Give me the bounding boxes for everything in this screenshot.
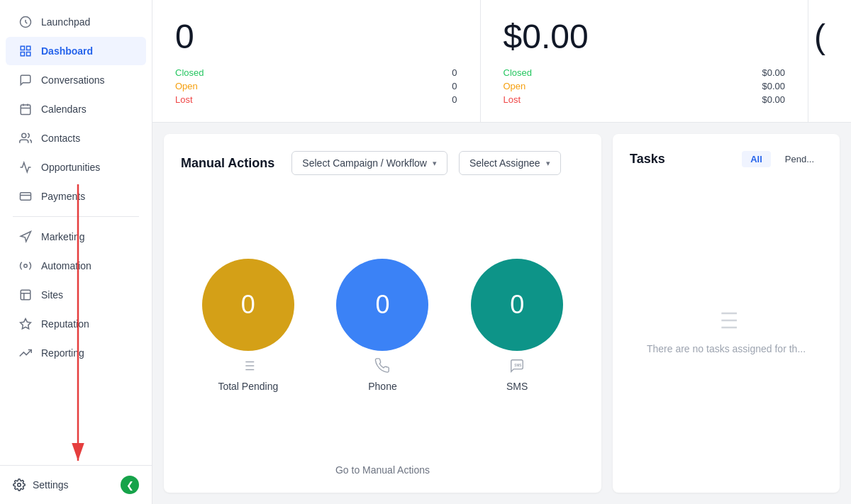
sidebar-label: Payments (41, 191, 85, 202)
svg-rect-4 (27, 46, 30, 50)
stat-row-closed: Closed 0 (175, 67, 457, 78)
sidebar-label: Automation (41, 260, 91, 271)
sidebar-label: Dashboard (41, 45, 93, 57)
marketing-icon (18, 230, 33, 244)
sidebar-label: Marketing (41, 231, 84, 242)
sidebar-item-calendars[interactable]: Calendars (6, 95, 146, 123)
circle-item-sms: 0 SMS SMS (471, 259, 563, 392)
svg-marker-14 (21, 232, 30, 242)
opportunities-icon (18, 160, 33, 174)
sidebar-item-launchpad[interactable]: Launchpad (6, 8, 146, 36)
lost-value: $0.00 (762, 94, 785, 105)
stat-card-partial: ( (808, 0, 851, 122)
sidebar-label: Sites (41, 289, 63, 301)
svg-point-15 (24, 264, 28, 268)
sms-icon: SMS (509, 358, 525, 374)
circle-item-total-pending: 0 Total Pending (202, 259, 294, 392)
svg-rect-16 (21, 290, 30, 300)
sidebar-label: Conversations (41, 74, 105, 86)
svg-point-11 (22, 133, 26, 138)
chevron-down-icon: ▾ (546, 159, 550, 168)
campaign-dropdown-label: Select Campaign / Workflow (302, 157, 427, 169)
sidebar-item-marketing[interactable]: Marketing (6, 223, 146, 251)
stats-row: 0 Closed 0 Open 0 Lost 0 $0.00 (152, 0, 851, 123)
sidebar-label: Reporting (41, 347, 84, 359)
svg-rect-3 (21, 46, 24, 50)
sidebar-item-payments[interactable]: Payments (6, 182, 146, 211)
collapse-button[interactable]: ❮ (121, 476, 139, 494)
settings-item[interactable]: Settings (13, 478, 69, 491)
phone-icon (374, 358, 390, 374)
sidebar-label: Contacts (41, 133, 80, 144)
assignee-dropdown[interactable]: Select Assignee ▾ (459, 151, 561, 175)
sidebar-item-opportunities[interactable]: Opportunities (6, 153, 146, 181)
reputation-icon (18, 317, 33, 331)
svg-rect-5 (27, 52, 30, 56)
tab-pending[interactable]: Pend... (777, 151, 823, 167)
open-label: Open (175, 81, 198, 91)
stat-card-count: 0 Closed 0 Open 0 Lost 0 (152, 0, 481, 122)
closed-label: Closed (175, 67, 204, 78)
stat-row-closed: Closed $0.00 (504, 67, 786, 78)
open-value: $0.00 (762, 81, 785, 91)
launchpad-icon (18, 15, 33, 29)
chevron-down-icon: ▾ (433, 159, 437, 168)
go-to-manual-actions-link[interactable]: Go to Manual Actions (181, 464, 584, 476)
stat-big-value: $0.00 (504, 17, 786, 56)
sidebar-item-automation[interactable]: Automation (6, 252, 146, 280)
sidebar-item-contacts[interactable]: Contacts (6, 124, 146, 152)
closed-value: $0.00 (762, 67, 785, 78)
circle-label: Total Pending (218, 381, 278, 392)
svg-point-20 (18, 483, 21, 487)
tasks-tabs: All Pend... (742, 151, 823, 167)
stat-card-revenue: $0.00 Closed $0.00 Open $0.00 Lost $0.00 (481, 0, 809, 122)
circle-value: 0 (241, 290, 255, 320)
open-label: Open (504, 81, 526, 91)
circle-value: 0 (510, 290, 524, 320)
circle-sms: 0 (471, 259, 563, 351)
dashboard-icon (18, 44, 33, 58)
sidebar-label: Reputation (41, 318, 89, 330)
tasks-empty-text: There are no tasks assigned for th... (647, 343, 806, 354)
sidebar-item-reporting[interactable]: Reporting (6, 339, 146, 367)
circle-item-phone: 0 Phone (336, 259, 428, 392)
sidebar-label: Opportunities (41, 162, 100, 173)
manual-actions-card: Manual Actions Select Campaign / Workflo… (164, 134, 601, 493)
conversations-icon (18, 73, 33, 87)
sidebar-item-dashboard[interactable]: Dashboard (6, 37, 146, 65)
tasks-card: Tasks All Pend... There a (613, 134, 840, 493)
sidebar-item-conversations[interactable]: Conversations (6, 66, 146, 94)
stat-row-lost: Lost $0.00 (504, 94, 786, 105)
main-content: 0 Closed 0 Open 0 Lost 0 $0.00 (152, 0, 851, 504)
svg-marker-19 (21, 319, 31, 329)
open-value: 0 (452, 81, 457, 91)
tasks-empty-state: There are no tasks assigned for th... (630, 184, 823, 476)
circle-label: Phone (368, 381, 396, 392)
sidebar-navigation: Launchpad Dashboard Conversations (0, 0, 152, 465)
lost-label: Lost (175, 94, 193, 105)
contacts-icon (18, 131, 33, 145)
sidebar-divider (13, 216, 139, 217)
svg-text:SMS: SMS (514, 364, 521, 367)
circles-row: 0 Total Pending 0 (181, 192, 584, 459)
sidebar-item-reputation[interactable]: Reputation (6, 310, 146, 338)
tasks-header: Tasks All Pend... (630, 151, 823, 167)
svg-rect-12 (21, 193, 31, 201)
reporting-icon (18, 346, 33, 360)
sidebar-label: Launchpad (41, 16, 90, 28)
stat-row-group: Closed 0 Open 0 Lost 0 (175, 67, 457, 105)
stat-row-open: Open 0 (175, 81, 457, 91)
manual-actions-title: Manual Actions (181, 156, 274, 171)
sidebar-item-sites[interactable]: Sites (6, 281, 146, 309)
sidebar: Launchpad Dashboard Conversations (0, 0, 152, 504)
circle-phone: 0 (336, 259, 428, 351)
tab-all[interactable]: All (742, 151, 771, 167)
list-icon (240, 358, 256, 374)
lost-value: 0 (452, 94, 457, 105)
campaign-workflow-dropdown[interactable]: Select Campaign / Workflow ▾ (291, 151, 447, 175)
settings-label: Settings (33, 479, 69, 491)
tasks-empty-icon (712, 306, 740, 335)
closed-value: 0 (452, 67, 457, 78)
assignee-dropdown-label: Select Assignee (469, 157, 540, 169)
tasks-title: Tasks (630, 152, 665, 167)
